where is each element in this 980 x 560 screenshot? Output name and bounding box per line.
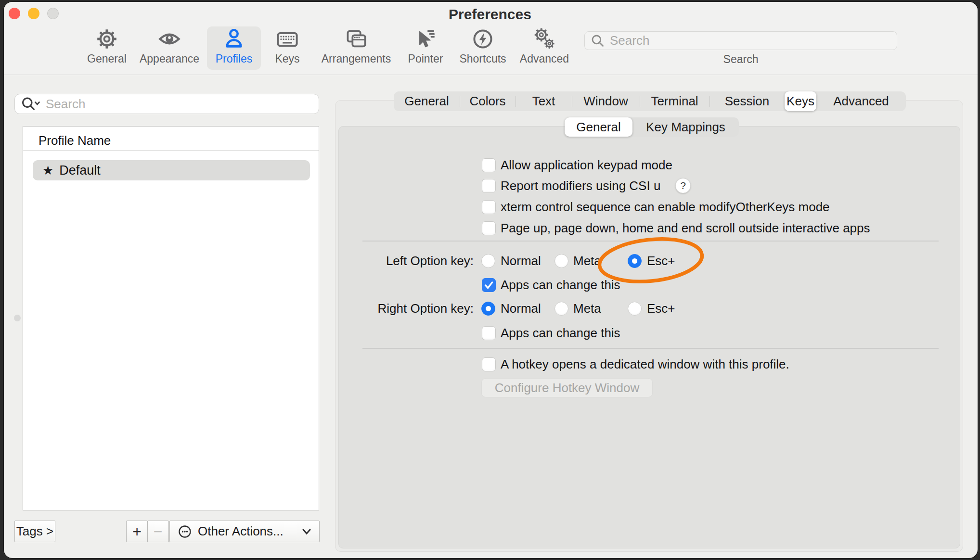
profile-row-default[interactable]: ★ Default xyxy=(33,160,310,180)
radio-left-option-normal[interactable] xyxy=(481,254,495,268)
search-icon xyxy=(591,34,605,48)
tab-session[interactable]: Session xyxy=(709,91,785,111)
remove-profile-button[interactable]: − xyxy=(147,521,169,542)
person-icon xyxy=(223,26,245,51)
section-divider xyxy=(362,241,939,242)
help-button[interactable]: ? xyxy=(675,178,691,193)
tags-button[interactable]: Tags > xyxy=(14,521,55,542)
tab-colors[interactable]: Colors xyxy=(460,91,516,111)
toolbar-search-input[interactable] xyxy=(610,33,891,48)
toolbar-label: Keys xyxy=(275,52,299,65)
checkbox-label: Apps can change this xyxy=(501,277,620,293)
checkbox-label: Allow application keypad mode xyxy=(501,157,672,173)
tab-text[interactable]: Text xyxy=(516,91,572,111)
window-title: Preferences xyxy=(4,6,978,23)
configure-hotkey-window-button[interactable]: Configure Hotkey Window xyxy=(481,378,653,397)
toolbar-label: Appearance xyxy=(140,52,199,65)
check-icon xyxy=(482,278,495,292)
toolbar-item-arrangements[interactable]: Arrangements xyxy=(320,26,392,70)
radio-label: Esc+ xyxy=(647,253,675,268)
checkbox-right-apps-can-change[interactable] xyxy=(482,326,496,340)
subtab-general[interactable]: General xyxy=(565,117,632,137)
tags-button-label: Tags > xyxy=(16,524,53,539)
tab-advanced[interactable]: Advanced xyxy=(816,91,906,111)
section-divider xyxy=(362,348,939,349)
tab-terminal[interactable]: Terminal xyxy=(640,91,709,111)
toolbar-label: Pointer xyxy=(408,52,443,65)
lightning-icon xyxy=(472,26,493,51)
checkbox-hotkey-window[interactable] xyxy=(482,357,496,371)
radio-label: Meta xyxy=(573,301,601,316)
default-profile-star-icon: ★ xyxy=(42,163,53,178)
profile-search-input[interactable] xyxy=(46,97,313,112)
radio-left-option-meta[interactable] xyxy=(554,254,568,268)
checkbox-report-modifiers-csi-u[interactable] xyxy=(482,179,496,193)
radio-right-option-normal[interactable] xyxy=(481,302,495,316)
other-actions-dropdown[interactable]: Other Actions... xyxy=(169,521,320,542)
radio-label: Esc+ xyxy=(647,301,675,316)
gear-icon xyxy=(96,26,117,51)
eye-icon xyxy=(158,26,181,51)
tab-general[interactable]: General xyxy=(394,91,460,111)
radio-right-option-esc[interactable] xyxy=(628,302,642,316)
checkbox-left-apps-can-change[interactable] xyxy=(482,278,496,292)
windows-stack-icon xyxy=(345,26,367,51)
toolbar-item-advanced[interactable]: Advanced xyxy=(508,26,580,70)
tab-window[interactable]: Window xyxy=(572,91,640,111)
profile-list-header-divider xyxy=(23,150,319,151)
radio-label: Normal xyxy=(501,253,541,268)
left-option-key-label: Left Option key: xyxy=(337,253,474,268)
profile-tab-bar: General Colors Text Window Terminal Sess… xyxy=(394,91,906,111)
profile-list-column-header: Profile Name xyxy=(39,133,111,148)
checkbox-label: Apps can change this xyxy=(501,325,620,341)
subtab-key-mappings[interactable]: Key Mappings xyxy=(632,117,739,137)
profile-name: Default xyxy=(59,163,101,178)
right-option-key-label: Right Option key: xyxy=(337,301,474,316)
toolbar-label: Arrangements xyxy=(322,52,391,65)
radio-label: Meta xyxy=(573,253,601,268)
checkbox-label: A hotkey opens a dedicated window with t… xyxy=(501,356,789,372)
profile-search-field[interactable] xyxy=(14,94,319,114)
checkbox-label: Page up, page down, home and end scroll … xyxy=(501,220,870,236)
toolbar-item-appearance[interactable]: Appearance xyxy=(133,26,206,70)
toolbar-search-field[interactable] xyxy=(584,31,897,50)
toolbar-divider xyxy=(4,75,978,75)
cursor-icon xyxy=(415,26,436,51)
radio-right-option-meta[interactable] xyxy=(554,302,568,316)
toolbar-label: Advanced xyxy=(520,52,569,65)
ellipsis-circle-icon xyxy=(178,524,192,539)
toolbar-item-general[interactable]: General xyxy=(71,26,143,70)
checkbox-label: xterm control sequence can enable modify… xyxy=(501,199,830,215)
preferences-window: Preferences General Appearance xyxy=(4,2,978,558)
splitter-drag-dot[interactable] xyxy=(14,315,21,321)
toolbar-search-label: Search xyxy=(584,53,897,66)
profile-list-panel xyxy=(23,126,319,510)
checkbox-allow-keypad-mode[interactable] xyxy=(482,158,496,172)
add-profile-button[interactable]: + xyxy=(126,521,148,542)
toolbar-label: Shortcuts xyxy=(459,52,506,65)
keys-subtab-bar: General Key Mappings xyxy=(565,117,739,137)
other-actions-label: Other Actions... xyxy=(198,524,296,539)
search-menu-icon xyxy=(21,96,42,112)
toolbar-label: General xyxy=(87,52,127,65)
chevron-down-icon xyxy=(302,528,311,535)
toolbar-label: Profiles xyxy=(216,52,253,65)
checkbox-label: Report modifiers using CSI u xyxy=(501,178,660,193)
gears-icon xyxy=(532,26,556,51)
radio-left-option-esc[interactable] xyxy=(628,254,642,268)
radio-label: Normal xyxy=(501,301,541,316)
toolbar-item-keys[interactable]: Keys xyxy=(251,26,323,70)
checkbox-page-scroll-outside-apps[interactable] xyxy=(482,221,496,235)
tab-keys[interactable]: Keys xyxy=(785,91,816,111)
keyboard-icon xyxy=(276,26,299,51)
checkbox-xterm-modifyotherkeys[interactable] xyxy=(482,200,496,214)
